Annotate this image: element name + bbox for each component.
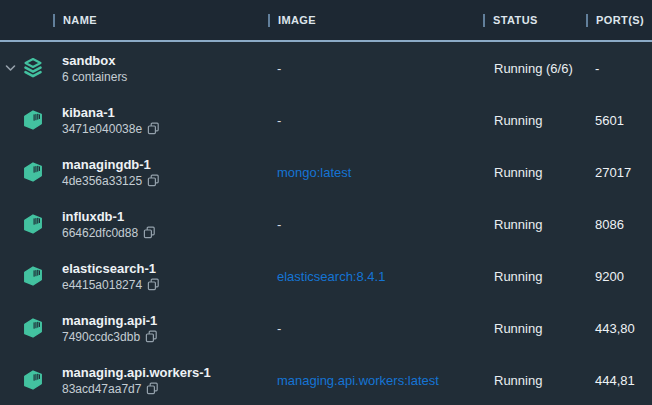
status-text: Running [494, 373, 542, 388]
container-id: 66462dfc0d88 [62, 225, 138, 241]
container-subtitle: e4415a018274 [62, 277, 160, 293]
container-subtitle: 6 containers [62, 69, 127, 85]
row-leading-cell [0, 42, 53, 94]
image-link: - [277, 113, 281, 128]
table-body: sandbox 6 containers - Running (6/6) - [0, 42, 652, 405]
ports-text: 5601 [595, 113, 624, 128]
container-subtitle: 83acd47aa7d7 [62, 381, 159, 397]
container-name: kibana-1 [62, 104, 115, 121]
row-leading-cell [0, 250, 53, 302]
name-cell: elasticsearch-1 e4415a018274 [53, 250, 268, 302]
container-icon [22, 369, 44, 391]
container-subtitle: 7490ccdc3dbb [62, 329, 158, 345]
container-subtitle: 4de356a33125 [62, 173, 160, 189]
image-cell: - [268, 42, 483, 94]
copy-icon[interactable] [147, 122, 160, 135]
image-link[interactable]: managing.api.workers:latest [277, 373, 439, 388]
image-cell: mongo:latest [268, 146, 483, 198]
table-row[interactable]: managingdb-1 4de356a33125 mongo:latest R… [0, 146, 652, 198]
chevron-down-icon[interactable] [5, 63, 16, 73]
name-cell: sandbox 6 containers [53, 42, 268, 94]
status-cell: Running (6/6) [483, 42, 586, 94]
status-text: Running [494, 113, 542, 128]
status-text: Running [494, 217, 542, 232]
container-subtitle: 3471e040038e [62, 121, 160, 137]
name-cell: influxdb-1 66462dfc0d88 [53, 198, 268, 250]
table-row[interactable]: influxdb-1 66462dfc0d88 - Running 8086 [0, 198, 652, 250]
container-id: 3471e040038e [62, 121, 142, 137]
ports-cell: 8086 [586, 198, 652, 250]
container-icon [22, 317, 44, 339]
image-cell: managing.api.workers:latest [268, 354, 483, 405]
row-leading-cell [0, 146, 53, 198]
header-cell-status: STATUS [483, 0, 586, 40]
name-cell: kibana-1 3471e040038e [53, 94, 268, 146]
name-cell: managing.api-1 7490ccdc3dbb [53, 302, 268, 354]
status-cell: Running [483, 146, 586, 198]
container-subtitle: 66462dfc0d88 [62, 225, 156, 241]
ports-text: 443,80 [595, 321, 635, 336]
ports-cell: - [586, 42, 652, 94]
table-row[interactable]: elasticsearch-1 e4415a018274 elasticsear… [0, 250, 652, 302]
header-cell-expander [0, 0, 53, 40]
container-name: managing.api.workers-1 [62, 364, 211, 381]
table-row[interactable]: sandbox 6 containers - Running (6/6) - [0, 42, 652, 94]
container-icon [22, 213, 44, 235]
container-id: 7490ccdc3dbb [62, 329, 140, 345]
image-link: - [277, 61, 281, 76]
ports-text: 8086 [595, 217, 624, 232]
image-link: - [277, 321, 281, 336]
header-cell-name: NAME [53, 0, 268, 40]
image-link: - [277, 217, 281, 232]
ports-text: 27017 [595, 165, 631, 180]
row-leading-cell [0, 354, 53, 405]
image-link[interactable]: mongo:latest [277, 165, 351, 180]
header-cell-ports: PORT(S) [586, 0, 652, 40]
image-link[interactable]: elasticsearch:8.4.1 [277, 269, 385, 284]
column-header-image: IMAGE [278, 14, 316, 26]
ports-cell: 27017 [586, 146, 652, 198]
status-text: Running [494, 165, 542, 180]
container-icon [22, 161, 44, 183]
status-text: Running (6/6) [494, 61, 573, 76]
copy-icon[interactable] [145, 330, 158, 343]
row-leading-cell [0, 198, 53, 250]
status-cell: Running [483, 302, 586, 354]
container-icon [22, 265, 44, 287]
column-separator [268, 14, 270, 27]
copy-icon[interactable] [146, 382, 159, 395]
container-name: managing.api-1 [62, 312, 157, 329]
status-text: Running [494, 321, 542, 336]
column-header-status: STATUS [493, 14, 538, 26]
table-header: NAME IMAGE STATUS PORT(S) [0, 0, 652, 42]
image-cell: - [268, 198, 483, 250]
image-cell: - [268, 302, 483, 354]
column-separator [53, 14, 55, 27]
status-text: Running [494, 269, 542, 284]
table-row[interactable]: managing.api.workers-1 83acd47aa7d7 mana… [0, 354, 652, 405]
column-separator [586, 14, 588, 27]
containers-table: NAME IMAGE STATUS PORT(S) [0, 0, 652, 405]
name-cell: managingdb-1 4de356a33125 [53, 146, 268, 198]
column-separator [483, 14, 485, 27]
container-name: sandbox [62, 52, 115, 69]
header-cell-image: IMAGE [268, 0, 483, 40]
container-id: 83acd47aa7d7 [62, 381, 141, 397]
image-cell: - [268, 94, 483, 146]
container-name: elasticsearch-1 [62, 260, 156, 277]
ports-text: - [595, 61, 599, 76]
ports-text: 444,81 [595, 373, 635, 388]
column-header-ports: PORT(S) [596, 14, 644, 26]
copy-icon[interactable] [147, 278, 160, 291]
table-row[interactable]: managing.api-1 7490ccdc3dbb - Running 44… [0, 302, 652, 354]
container-name: influxdb-1 [62, 208, 124, 225]
table-row[interactable]: kibana-1 3471e040038e - Running 5601 [0, 94, 652, 146]
row-leading-cell [0, 94, 53, 146]
stack-icon [22, 57, 44, 79]
image-cell: elasticsearch:8.4.1 [268, 250, 483, 302]
status-cell: Running [483, 354, 586, 405]
copy-icon[interactable] [143, 226, 156, 239]
copy-icon[interactable] [147, 174, 160, 187]
ports-cell: 443,80 [586, 302, 652, 354]
status-cell: Running [483, 198, 586, 250]
